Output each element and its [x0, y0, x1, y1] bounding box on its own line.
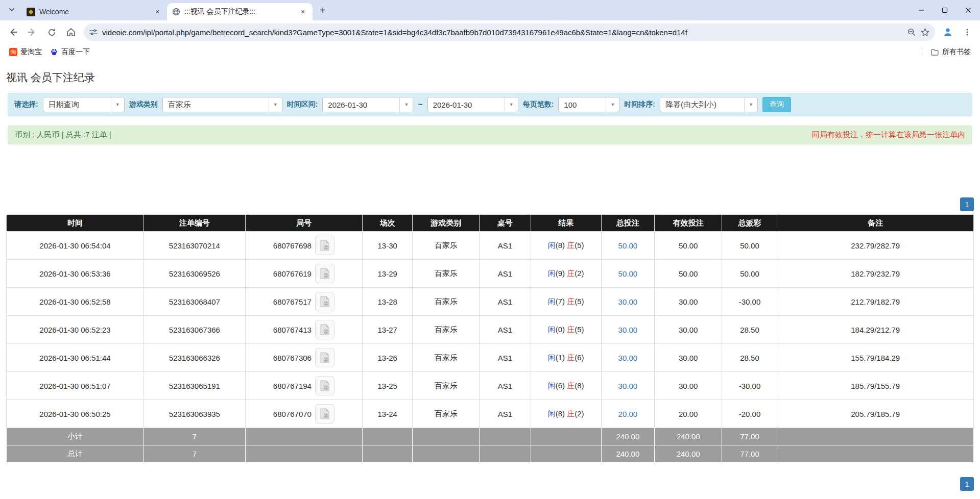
video-replay-button[interactable]	[315, 376, 334, 395]
film-icon	[320, 324, 330, 335]
empty-cell	[362, 445, 412, 463]
video-replay-button[interactable]	[315, 404, 334, 423]
date-to-select[interactable]: 2026-01-30 ▼	[427, 97, 518, 112]
bookmark-star-icon[interactable]	[920, 28, 930, 37]
per-page-label: 每页笔数:	[523, 100, 554, 109]
total-bet-link[interactable]: 30.00	[618, 354, 638, 362]
zoom-icon[interactable]	[907, 28, 916, 37]
cell-valid-bet: 20.00	[654, 400, 722, 428]
date-from-select[interactable]: 2026-01-30 ▼	[322, 97, 413, 112]
video-replay-button[interactable]	[315, 292, 334, 311]
per-page-value: 100	[559, 101, 606, 109]
minimize-button[interactable]	[910, 0, 933, 20]
cell-payout: -20.00	[722, 400, 777, 428]
game-type-label: 游戏类别	[129, 100, 158, 109]
cell-bet-id: 523163065191	[144, 372, 245, 400]
chevron-down-icon[interactable]: ▼	[606, 97, 619, 112]
url-text[interactable]: videoie.com/ipl/portal.php/game/betrecor…	[102, 28, 903, 37]
game-type-select[interactable]: 百家乐 ▼	[162, 97, 282, 112]
total-bet-link[interactable]: 30.00	[618, 297, 638, 306]
tab-title: Welcome	[39, 8, 149, 16]
cell-payout: 28.50	[722, 344, 777, 372]
sort-select[interactable]: 降幂(由大到小) ▼	[660, 97, 758, 112]
address-bar[interactable]: videoie.com/ipl/portal.php/game/betrecor…	[84, 23, 935, 41]
page-1-button[interactable]: 1	[960, 197, 974, 211]
cell-valid-bet: 30.00	[654, 316, 722, 344]
site-settings-icon[interactable]	[89, 28, 98, 37]
date-from-value: 2026-01-30	[323, 101, 399, 109]
cell-session: 13-27	[362, 316, 412, 344]
total-bet-link[interactable]: 50.00	[618, 269, 638, 278]
menu-icon[interactable]	[959, 23, 976, 41]
total-bet-link[interactable]: 20.00	[618, 410, 638, 418]
total-bet-link[interactable]: 50.00	[618, 241, 638, 250]
bet-records-table: 时间 注单编号 局号 场次 游戏类别 桌号 结果 总投注 有效投注 总派彩 备注…	[6, 214, 974, 463]
cell-game: 百家乐	[413, 260, 480, 288]
back-button[interactable]	[4, 23, 21, 41]
cell-bet-id: 523163068407	[144, 288, 245, 316]
header-valid-bet: 有效投注	[654, 215, 722, 232]
close-window-button[interactable]	[957, 0, 980, 20]
table-row: 2026-01-30 06:50:25523163063935680767070…	[7, 400, 974, 428]
round-number: 680767070	[273, 410, 312, 418]
notice-text: 同局有效投注，统一计算在该局第一张注单内	[812, 130, 965, 140]
cell-payout: 50.00	[722, 260, 777, 288]
tab-bet-record[interactable]: :::视讯 会员下注纪录::: ×	[167, 3, 313, 20]
cell-round: 680767413	[245, 316, 362, 344]
cell-table: AS1	[480, 232, 531, 260]
chevron-down-icon[interactable]: ▼	[505, 97, 518, 112]
forward-button[interactable]	[23, 23, 41, 41]
empty-cell	[413, 428, 480, 445]
cell-result: 闲(9) 庄(2)	[531, 260, 601, 288]
cell-payout: -30.00	[722, 288, 777, 316]
all-bookmarks-button[interactable]: 所有书签	[926, 46, 975, 58]
cell-time: 2026-01-30 06:51:44	[7, 344, 144, 372]
video-replay-button[interactable]	[315, 236, 334, 255]
close-icon[interactable]: ×	[298, 7, 307, 16]
reload-button[interactable]	[43, 23, 60, 41]
sort-label: 时间排序:	[624, 100, 655, 109]
cell-valid-bet: 50.00	[654, 232, 722, 260]
cell-payout: 50.00	[722, 232, 777, 260]
empty-cell	[531, 428, 601, 445]
chevron-down-icon[interactable]: ▼	[399, 97, 413, 112]
video-replay-button[interactable]	[315, 348, 334, 367]
query-button[interactable]: 查询	[762, 97, 791, 112]
cell-session: 13-29	[362, 260, 412, 288]
profile-avatar[interactable]	[939, 23, 957, 41]
chevron-down-icon[interactable]: ▼	[111, 97, 124, 112]
tab-search-button[interactable]	[4, 3, 19, 18]
query-type-select[interactable]: 日期查询 ▼	[43, 97, 125, 112]
per-page-select[interactable]: 100 ▼	[558, 97, 619, 112]
bookmark-baidu[interactable]: 百度一下	[46, 46, 94, 58]
subtotal-row: 小计 7 240.00 240.00 77.00	[7, 428, 974, 445]
total-bet-link[interactable]: 30.00	[618, 382, 638, 390]
video-replay-button[interactable]	[315, 320, 334, 339]
cell-total-bet: 50.00	[601, 232, 654, 260]
welcome-favicon	[27, 8, 35, 16]
cell-bet-id: 523163063935	[144, 400, 245, 428]
subtotal-total-bet: 240.00	[601, 428, 654, 445]
cell-game: 百家乐	[413, 400, 480, 428]
empty-cell	[413, 445, 480, 463]
subtotal-payout: 77.00	[722, 428, 777, 445]
maximize-button[interactable]	[933, 0, 957, 20]
cell-result: 闲(8) 庄(5)	[531, 232, 601, 260]
tab-title: :::视讯 会员下注纪录:::	[184, 7, 294, 16]
cell-result: 闲(6) 庄(8)	[531, 372, 601, 400]
chevron-down-icon[interactable]: ▼	[744, 97, 757, 112]
page-1-button[interactable]: 1	[960, 477, 974, 491]
cell-bet-id: 523163069526	[144, 260, 245, 288]
cell-payout: -30.00	[722, 372, 777, 400]
film-icon	[320, 380, 330, 391]
chevron-down-icon[interactable]: ▼	[269, 97, 282, 112]
cell-note: 205.79/185.79	[777, 400, 974, 428]
video-replay-button[interactable]	[315, 264, 334, 283]
bookmark-taobao[interactable]: 淘 爱淘宝	[5, 46, 46, 58]
close-icon[interactable]: ×	[153, 7, 162, 16]
new-tab-button[interactable]: +	[316, 3, 330, 17]
home-button[interactable]	[62, 23, 80, 41]
cell-bet-id: 523163067366	[144, 316, 245, 344]
tab-welcome[interactable]: Welcome ×	[21, 3, 167, 20]
total-bet-link[interactable]: 30.00	[618, 326, 638, 334]
